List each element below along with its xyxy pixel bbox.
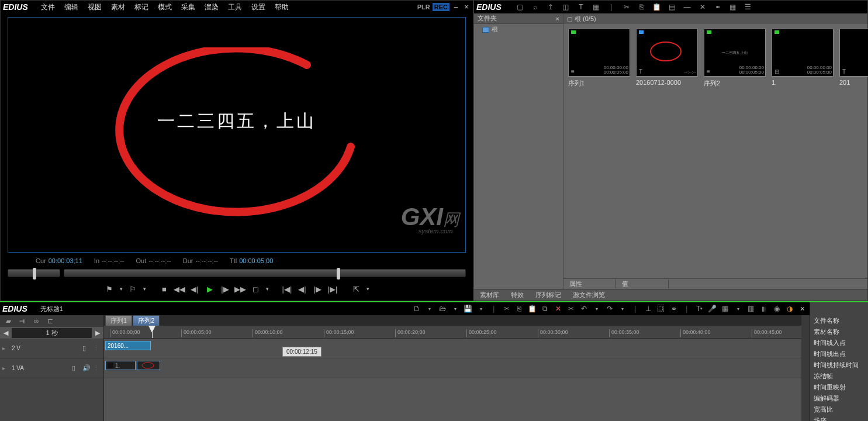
track-header-2 V[interactable]: ▸2 V▯⋮	[0, 339, 103, 358]
text-icon[interactable]: T	[576, 3, 586, 11]
goto-in-button[interactable]: |◀|	[281, 283, 293, 295]
time-ruler[interactable]: 00:00:00;0000:00:05;0000:00:10;0000:00:1…	[104, 326, 801, 339]
menu-视图[interactable]: 视图	[83, 3, 106, 11]
copy-icon[interactable]: ⎘	[515, 305, 524, 313]
export-button[interactable]: ⇱	[350, 283, 362, 295]
track-header-1 VA[interactable]: ▸1 VA▯🔊⋮	[0, 358, 103, 378]
trim-icon[interactable]: ⊥	[644, 305, 653, 313]
bin-tab-序列标记[interactable]: 序列标记	[530, 289, 567, 301]
cut-icon[interactable]: ✂	[622, 3, 631, 11]
link-icon[interactable]: ⚭	[713, 3, 722, 11]
zoom-out-button[interactable]: ◀	[4, 329, 8, 337]
zoom-in-button[interactable]: ▶	[95, 329, 100, 337]
next-edit-button[interactable]: |▶	[311, 283, 324, 295]
export-dropdown[interactable]: ▾	[365, 283, 371, 295]
folder-tree-close-icon[interactable]: ×	[556, 15, 559, 22]
cut-icon[interactable]: ✂	[502, 305, 511, 313]
bin-tab-特效[interactable]: 特效	[505, 289, 530, 301]
menu-工具[interactable]: 工具	[223, 3, 247, 11]
paste-icon[interactable]: 📋	[528, 305, 537, 313]
marker-icon[interactable]: ◉	[772, 305, 781, 313]
timeline-clip[interactable]	[137, 361, 160, 370]
mark-out-flag-button[interactable]: ⚐	[126, 283, 139, 295]
color-icon[interactable]: ▦	[592, 3, 601, 11]
clip-item[interactable]: ⊟00:00:00:0000:00:05:001.	[772, 29, 834, 86]
close-button[interactable]: ×	[462, 3, 471, 11]
open-icon[interactable]: 🗁	[438, 305, 447, 313]
menu-设置[interactable]: 设置	[247, 3, 270, 11]
search-icon[interactable]: ⌕	[531, 3, 540, 11]
timeline-clip[interactable]: 1.	[105, 361, 136, 370]
prev-edit-button[interactable]: ◀|	[296, 283, 309, 295]
track-expand-icon[interactable]: ▸	[2, 365, 9, 371]
track-menu-icon[interactable]: ⋮	[93, 344, 101, 352]
folder-icon[interactable]: ▢	[516, 3, 525, 11]
title-icon[interactable]: T▾	[695, 305, 704, 313]
clip-item[interactable]: T201	[839, 29, 863, 86]
fast-forward-button[interactable]: ▶▶	[234, 283, 247, 295]
monitor-icon[interactable]: ▥	[746, 305, 756, 313]
ripple-delete-icon[interactable]: ✕	[554, 305, 563, 313]
seq-tab-序列1[interactable]: 序列1	[105, 315, 132, 326]
next-frame-button[interactable]: |▶	[219, 283, 231, 295]
clip-item[interactable]: ≡00:00:00:0000:00:05:00序列1	[568, 29, 630, 88]
minimize-button[interactable]: –	[452, 3, 460, 11]
sync-mode-icon[interactable]: ⊏	[46, 317, 55, 325]
undo-icon[interactable]: ↶	[579, 305, 589, 313]
menu-文件[interactable]: 文件	[36, 3, 60, 11]
view-list-icon[interactable]: ☰	[743, 3, 753, 11]
out-dropdown[interactable]: ▾	[141, 283, 147, 295]
timeline-scrollbar[interactable]	[801, 315, 810, 421]
new-bin-icon[interactable]: ◫	[561, 3, 570, 11]
color-circle-icon[interactable]: ◑	[785, 305, 794, 313]
view-large-icon[interactable]: ▦	[728, 3, 738, 11]
bin-tab-素材库[interactable]: 素材库	[474, 289, 505, 301]
menu-标记[interactable]: 标记	[130, 3, 153, 11]
track-menu-icon[interactable]: ⋮	[93, 364, 101, 372]
play-button[interactable]: ▶	[203, 283, 216, 295]
menu-帮助[interactable]: 帮助	[270, 3, 293, 11]
track-expand-icon[interactable]: ▸	[2, 345, 9, 351]
delete-icon[interactable]: ✂	[566, 305, 576, 313]
track-video-icon[interactable]: ▯	[72, 364, 80, 372]
overwrite-mode-icon[interactable]: ⫥	[18, 317, 27, 325]
rewind-button[interactable]: ◀◀	[173, 283, 186, 295]
delete-icon[interactable]: ✕	[698, 3, 707, 11]
bin-tab-源文件浏览[interactable]: 源文件浏览	[567, 289, 611, 301]
paste-icon[interactable]: 📋	[652, 3, 662, 11]
loop-dropdown[interactable]: ▾	[264, 283, 270, 295]
zoom-value[interactable]: 1 秒	[12, 328, 92, 338]
seq-tab-序列2[interactable]: 序列2	[133, 315, 160, 326]
copy-icon[interactable]: ⎘	[637, 3, 646, 11]
menu-编辑[interactable]: 编辑	[60, 3, 83, 11]
insert-mode-icon[interactable]: ▰	[4, 317, 13, 325]
menu-模式[interactable]: 模式	[153, 3, 177, 11]
track-lane[interactable]: 20160...	[104, 339, 801, 358]
playhead[interactable]	[152, 326, 153, 338]
mixer-icon[interactable]: ⫼	[759, 305, 769, 313]
in-dropdown[interactable]: ▾	[118, 283, 124, 295]
clip-item[interactable]: T--:--:--20160712-0000	[636, 29, 698, 86]
group-icon[interactable]: ⿴	[656, 305, 666, 313]
track-lane[interactable]: 1.	[104, 358, 801, 378]
position-slider[interactable]	[64, 269, 466, 277]
track-area[interactable]: 序列1序列2 00:00:00;0000:00:05;0000:00:10;00…	[104, 315, 801, 421]
minus-icon[interactable]: —	[683, 3, 692, 11]
shuttle-slider[interactable]	[8, 269, 60, 277]
menu-采集[interactable]: 采集	[177, 3, 200, 11]
prev-frame-button[interactable]: ◀|	[188, 283, 201, 295]
preview-monitor[interactable]: 一二三四五，上山 GXI网 system.com	[8, 17, 466, 253]
menu-渲染[interactable]: 渲染	[200, 3, 223, 11]
stop-button[interactable]: ■	[158, 283, 171, 295]
voiceover-icon[interactable]: 🎤	[708, 305, 717, 313]
timeline-clip[interactable]: 20160...	[105, 341, 151, 350]
props-icon[interactable]: ▤	[668, 3, 677, 11]
ripple-mode-icon[interactable]: ∞	[32, 317, 41, 325]
speaker-icon[interactable]: 🔊	[82, 364, 91, 372]
folder-root[interactable]: 根	[474, 24, 563, 35]
up-icon[interactable]: ↥	[546, 3, 555, 11]
track-video-icon[interactable]: ▯	[82, 344, 91, 352]
replace-icon[interactable]: ⧉	[541, 305, 550, 313]
menu-素材[interactable]: 素材	[106, 3, 130, 11]
link-icon[interactable]: ⚭	[669, 305, 679, 313]
